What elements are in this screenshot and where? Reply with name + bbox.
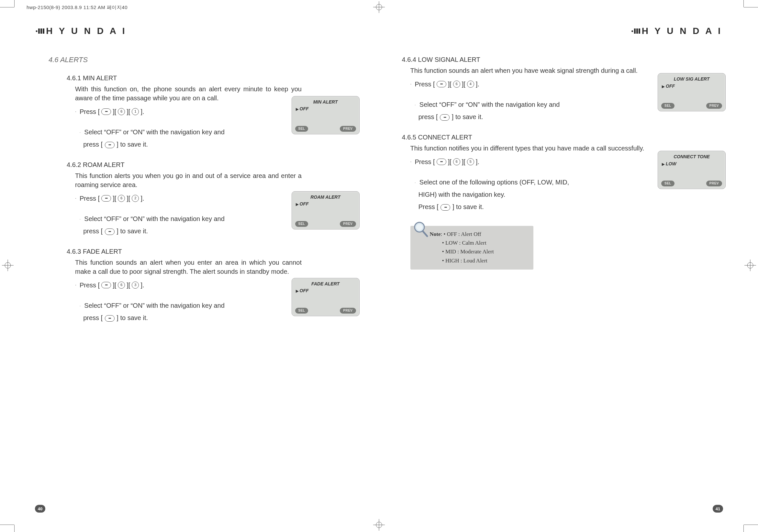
bullet-icon: · [80, 217, 81, 221]
phone-screen-fade-alert: FADE ALERT OFF SEL PREV [292, 278, 360, 316]
registration-mark-top [373, 1, 385, 13]
step-select: · Select “OFF” or “ON” with the navigati… [80, 299, 293, 324]
subsection-title: 4.6.4 LOW SIGNAL ALERT [402, 55, 723, 64]
step-press: · Press [ ][ 6][ 3 ]. [75, 281, 302, 290]
softkey-sel: SEL [295, 308, 308, 314]
svg-rect-15 [634, 28, 636, 34]
screen-selection: OFF [296, 288, 355, 294]
step-press: · Press [ ][ 6][ 1 ]. [75, 107, 302, 116]
softkey-prev: PREV [706, 181, 722, 186]
digit-key-icon: 2 [132, 195, 139, 202]
menu-key-icon [105, 315, 115, 322]
subsection-title: 4.6.1 MIN ALERT [67, 74, 356, 83]
crop-mark [14, 0, 15, 7]
menu-key-icon [440, 204, 450, 211]
softkey-sel: SEL [661, 181, 674, 186]
step-select: · Select one of the following options (O… [415, 176, 629, 213]
step-select: · Select “OFF” or “ON” with the navigati… [415, 98, 629, 123]
digit-key-icon: 6 [453, 81, 460, 88]
svg-rect-17 [638, 28, 640, 34]
bullet-icon: · [415, 103, 416, 107]
logo-glyph-icon [38, 27, 45, 35]
select-text: Select “OFF” or “ON” with the navigation… [84, 128, 224, 136]
subsection-min-alert: 4.6.1 MIN ALERT With this function on, t… [67, 74, 356, 150]
digit-key-icon: 6 [118, 108, 125, 115]
svg-point-19 [416, 224, 423, 230]
screen-selection: LOW [662, 161, 721, 167]
note-box: Note: • OFF : Alert Off • LOW : Calm Ale… [410, 226, 534, 270]
note-line: • HIGH : Loud Alert [442, 258, 487, 264]
phone-screen-min-alert: MIN ALERT OFF SEL PREV [292, 96, 360, 134]
select-text: Select “OFF” or “ON” with the navigation… [420, 101, 560, 108]
crop-mark [14, 525, 15, 532]
bullet-icon: · [410, 158, 412, 165]
print-header: hwp-2150(8-9) 2003.8.9 11:52 AM 페이지40 [26, 5, 127, 11]
digit-key-icon: 5 [467, 158, 474, 165]
magnifier-icon [412, 221, 429, 238]
crop-mark [744, 7, 758, 8]
save-suffix: ] to save it. [452, 113, 483, 120]
press-label: Press [ [80, 107, 100, 116]
svg-rect-14 [43, 28, 44, 34]
menu-key-icon [440, 114, 450, 121]
softkey-prev: PREV [706, 103, 722, 109]
menu-key-icon [101, 282, 111, 288]
softkey-sel: SEL [295, 221, 308, 227]
press-label: Press [ [80, 281, 100, 290]
softkey-prev: PREV [340, 126, 356, 132]
press-label: Press [ [80, 194, 100, 203]
select-line2: HIGH) with the navigation key. [419, 191, 505, 198]
save-prefix: press [ [83, 227, 103, 235]
softkey-prev: PREV [340, 308, 356, 314]
save-suffix: ] to save it. [117, 227, 148, 235]
press-label: Press [ [415, 80, 435, 89]
subsection-title: 4.6.2 ROAM ALERT [67, 160, 356, 169]
save-prefix: press [ [83, 314, 103, 321]
bullet-icon: · [80, 131, 81, 134]
screen-title: MIN ALERT [296, 99, 355, 106]
screen-selection: OFF [662, 83, 721, 90]
subsection-title: 4.6.5 CONNECT ALERT [402, 133, 723, 142]
step-select: · Select “OFF” or “ON” with the navigati… [80, 213, 293, 237]
digit-key-icon: 1 [132, 108, 139, 115]
menu-key-icon [105, 228, 115, 235]
svg-rect-16 [636, 28, 638, 34]
menu-key-icon [105, 142, 115, 148]
bullet-icon: · [75, 282, 76, 288]
crop-mark [743, 0, 744, 7]
subsection-fade-alert: 4.6.3 FADE ALERT This function sounds an… [67, 247, 356, 324]
menu-key-icon [101, 195, 111, 202]
note-line: • LOW : Calm Alert [442, 240, 486, 246]
phone-screen-roam-alert: ROAM ALERT OFF SEL PREV [292, 191, 360, 229]
svg-line-20 [423, 231, 427, 236]
note-line: • MID : Moderate Alert [442, 249, 494, 255]
screen-title: ROAM ALERT [296, 194, 355, 201]
digit-key-icon: 6 [118, 282, 125, 289]
bullet-icon: · [75, 108, 76, 115]
subsection-roam-alert: 4.6.2 ROAM ALERT This function alerts yo… [67, 160, 356, 237]
crop-mark [0, 7, 14, 8]
save-prefix: press [ [419, 113, 438, 120]
page-number-left: 40 [35, 505, 45, 513]
step-press: · Press [ ][ 6][ 4 ]. [410, 80, 637, 89]
bullet-icon: · [80, 304, 81, 308]
note-line: • OFF : Alert Off [443, 231, 481, 237]
note-label: Note [430, 231, 441, 237]
subsection-desc: This function sounds an alert when you h… [410, 66, 676, 75]
press-suffix: ]. [476, 157, 479, 166]
menu-key-icon [437, 81, 446, 87]
subsection-connect-alert: 4.6.5 CONNECT ALERT This function notifi… [402, 133, 723, 270]
subsection-low-signal-alert: 4.6.4 LOW SIGNAL ALERT This function sou… [402, 55, 723, 123]
bullet-icon: · [410, 81, 412, 87]
softkey-sel: SEL [295, 126, 308, 132]
bullet-icon: · [415, 181, 416, 184]
brand-text: H Y U N D A I [642, 26, 722, 36]
brand-text: H Y U N D A I [46, 26, 126, 36]
step-select: · Select “OFF” or “ON” with the navigati… [80, 126, 293, 150]
digit-key-icon: 4 [467, 81, 474, 88]
save-suffix: ] to save it. [117, 141, 148, 148]
subsection-desc: This function notifies you in different … [410, 144, 682, 153]
registration-mark-bottom [373, 519, 385, 531]
brand-logo-left: • H Y U N D A I [36, 26, 126, 36]
select-text: Select “OFF” or “ON” with the navigation… [84, 215, 224, 222]
